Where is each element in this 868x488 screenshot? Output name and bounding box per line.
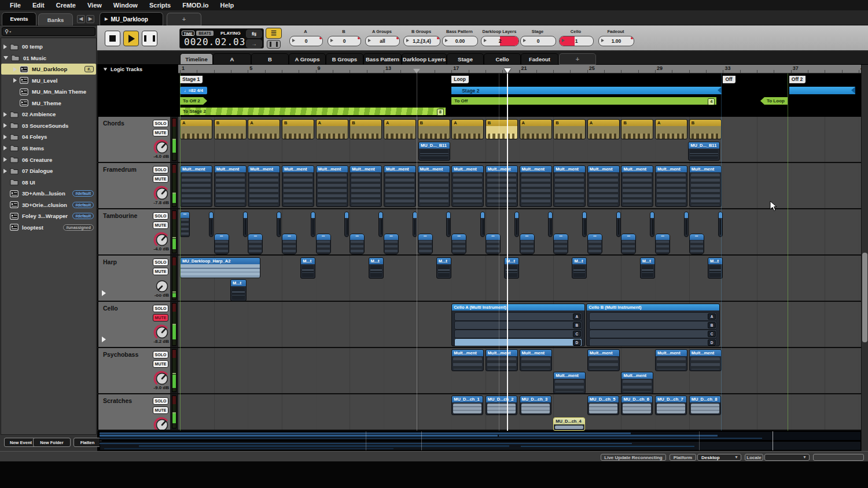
chords-clip-b-3[interactable]: B [214, 119, 247, 139]
expand-icon[interactable] [3, 157, 7, 162]
transition-region-to-off[interactable]: To Off4 [451, 97, 716, 105]
tambourine-hit-clip-8[interactable]: ••• [486, 234, 501, 254]
cello-lane-b[interactable]: B [454, 321, 582, 330]
cello-lane-d[interactable]: D [589, 338, 717, 346]
beats-mode-toggle[interactable]: BEATS [196, 31, 214, 36]
browser-tab-banks[interactable]: Banks [38, 13, 73, 25]
transition-marker-to-loop[interactable]: To Loop [760, 97, 788, 105]
tambourine-hit-clip-9[interactable]: ••• [520, 234, 535, 254]
cello-lane-c[interactable]: C [589, 330, 717, 338]
volume-knob[interactable] [153, 416, 170, 430]
menu-fmodio[interactable]: FMOD.io [177, 2, 214, 9]
harp-hit-clip-low-0[interactable]: M...t [230, 279, 247, 301]
tambourine-hit-clip-10[interactable]: ••• [553, 234, 568, 254]
tempo-marker[interactable]: ♩=82 4/4 [180, 87, 207, 94]
mute-button[interactable]: MUTE [153, 221, 168, 229]
chords-clip-b-11[interactable]: B [350, 119, 382, 139]
tambourine-pill-5[interactable] [378, 212, 383, 237]
expand-icon[interactable] [13, 78, 17, 83]
chords-clip-b-19[interactable]: B [486, 119, 518, 139]
logic-marker-stage-1[interactable]: Stage 1 [180, 76, 203, 83]
new-document-tab-button[interactable]: + [167, 13, 201, 25]
param-dial-a[interactable]: 0 [289, 36, 323, 46]
scratches-clip-6[interactable]: MU_D...ch_8 [689, 395, 721, 415]
solo-button[interactable]: SOLO [153, 351, 168, 358]
tambourine-pill-1[interactable] [243, 212, 248, 237]
cello-multi-clip-0[interactable]: Cello A (Multi Instrument)ABCD [451, 304, 585, 346]
track-header-chords[interactable]: ChordsSOLOMUTE-4.0 dB [98, 117, 170, 162]
track-header-scratches[interactable]: ScratchesSOLOMUTE [98, 394, 170, 430]
tambourine-pill-9[interactable] [514, 212, 519, 237]
track-header-tambourine[interactable]: TambourineSOLOMUTE-4.0 dB [98, 209, 170, 254]
track-header-harp[interactable]: HarpSOLOMUTE-oo dB [98, 256, 170, 301]
view-tab-a[interactable]: A [213, 53, 251, 65]
tree-item-mu-darkloop[interactable]: MU_Darkloop#. [1, 64, 96, 75]
harp-hit-clip-1[interactable]: M...t [369, 257, 384, 279]
platform-dropdown[interactable]: Desktop▼ [697, 454, 741, 461]
track-header-framedrum[interactable]: FramedrumSOLOMUTE-7.8 dB [98, 163, 170, 208]
menu-window[interactable]: Window [108, 2, 143, 9]
tambourine-pill-12[interactable] [616, 212, 621, 237]
playhead-marker-icon[interactable] [504, 68, 511, 73]
scratches-clip-selected-0[interactable]: MU_D...ch_4 [553, 417, 585, 431]
param-dial-stage[interactable]: 0 [520, 36, 556, 46]
cello-lane-a[interactable]: A [454, 312, 582, 321]
chords-clip-a-1[interactable]: A [180, 119, 212, 139]
tree-item-08-ui[interactable]: 08 UI [1, 177, 96, 188]
chords-audio-clip-0[interactable]: MU_D..._B11 [418, 142, 450, 161]
tambourine-hit-clip-1[interactable]: ••• [248, 234, 263, 254]
param-dial-darkloop-layers[interactable]: 2 [481, 36, 519, 46]
tracks-view-button[interactable]: ☰ [266, 28, 282, 39]
tree-item-05-items[interactable]: 05 Items [1, 143, 96, 154]
tambourine-pill-2[interactable] [277, 212, 281, 237]
track-header-cello[interactable]: CelloSOLOMUTE-8.2 dB [98, 302, 170, 347]
harp-hit-clip-6[interactable]: M...t [708, 257, 723, 279]
tree-item-3d-amb-lusion[interactable]: 3D+Amb...lusion#default [1, 188, 96, 199]
param-dial-fadeout[interactable]: 1.00 [598, 36, 634, 46]
live-update-status[interactable]: Live Update Reconnecting [601, 454, 666, 461]
browser-tabs-next-button[interactable]: ▶ [86, 15, 94, 23]
cello-multi-clip-1[interactable]: Cello B (Multi Instrument)ABCD [586, 304, 720, 346]
browser-tabs-prev-button[interactable]: ◀ [77, 15, 85, 23]
follow-cursor-button[interactable]: → [246, 39, 262, 48]
tambourine-hit-clip-5[interactable]: ••• [384, 234, 399, 254]
tambourine-hit-clip-13[interactable]: ••• [655, 234, 670, 254]
framedrum-multi-clip-7[interactable]: Mult...ment [418, 165, 450, 207]
expand-icon[interactable] [3, 45, 7, 49]
tambourine-pill-7[interactable] [446, 212, 451, 237]
tree-item-02-ambience[interactable]: 02 Ambience [1, 109, 96, 120]
view-tab-darkloop-layers[interactable]: Darkloop Layers [402, 53, 447, 65]
chords-clip-a-21[interactable]: A [520, 119, 552, 139]
view-tab-timeline[interactable]: Timeline [180, 53, 213, 65]
tambourine-hit-clip-12[interactable]: ••• [621, 234, 636, 254]
solo-button[interactable]: SOLO [153, 305, 168, 312]
scratches-clip-2[interactable]: MU_D...ch_3 [520, 395, 551, 415]
solo-button[interactable]: SOLO [153, 258, 168, 266]
chords-clip-a-17[interactable]: A [451, 119, 484, 139]
timeline-ruler[interactable]: 1591317212529333741 [178, 65, 861, 73]
param-dial-a-groups[interactable]: all [365, 36, 400, 46]
harp-hit-clip-5[interactable]: M...t [640, 257, 655, 279]
framedrum-multi-clip-14[interactable]: Mult...ment [655, 165, 687, 207]
tambourine-pill-4[interactable] [344, 212, 349, 237]
scratches-clip-4[interactable]: MU_D...ch_6 [621, 395, 653, 415]
tambourine-wide-clip[interactable]: ••• [180, 212, 190, 237]
add-parameter-tab-button[interactable]: + [559, 53, 596, 65]
chords-clip-b-27[interactable]: B [621, 119, 653, 139]
tree-item-mu-mn-main-theme[interactable]: MU_Mn_Main Theme [1, 86, 96, 97]
view-tab-b[interactable]: B [251, 53, 289, 65]
time-mode-toggle[interactable]: TIME [182, 31, 194, 36]
mute-button[interactable]: MUTE [153, 129, 168, 136]
framedrum-multi-clip-10[interactable]: Mult...ment [520, 165, 552, 207]
mute-button[interactable]: MUTE [153, 314, 168, 321]
psychobass-multi-clip-1[interactable]: Mult...ment [486, 349, 518, 371]
chords-clip-b-23[interactable]: B [553, 119, 586, 139]
collapse-icon[interactable] [3, 56, 8, 60]
transition-timeline-to-stage-2[interactable]: To Stage 28 [180, 108, 446, 115]
locale-dropdown[interactable]: ▼ [764, 454, 810, 461]
framedrum-multi-clip-15[interactable]: Mult...ment [689, 165, 722, 207]
cello-lane-d[interactable]: D [454, 338, 582, 346]
framedrum-multi-clip-2[interactable]: Mult...ment [248, 165, 280, 207]
stage-region-stage-2[interactable]: Stage 2 [451, 87, 722, 94]
mute-button[interactable]: MUTE [153, 406, 168, 414]
